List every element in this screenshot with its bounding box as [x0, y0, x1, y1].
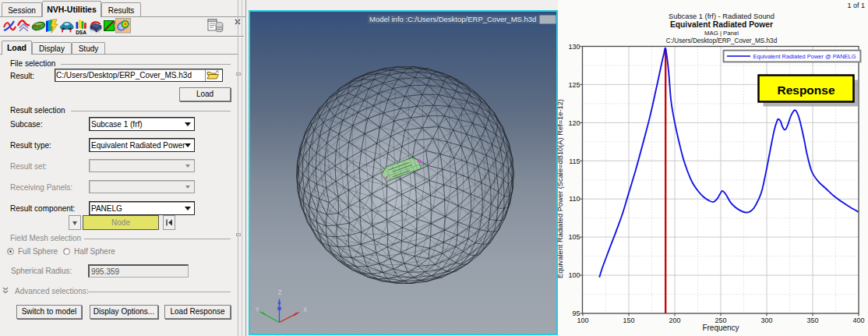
svg-text:400: 400	[852, 317, 864, 324]
svg-text:100: 100	[577, 317, 588, 324]
svg-text:300: 300	[760, 317, 772, 324]
svg-text:Equivalent Radiated Power @ PA: Equivalent Radiated Power @ PANELG	[753, 53, 856, 60]
svg-text:Model info :C:/Users/Desktop/E: Model info :C:/Users/Desktop/ERP_Cover_M…	[369, 15, 536, 23]
svg-text:120: 120	[568, 119, 580, 127]
svg-text:Response: Response	[777, 83, 834, 97]
svg-text:110: 110	[569, 195, 580, 203]
svg-text:Equivalent Radiated Power: Equivalent Radiated Power	[670, 20, 773, 29]
svg-text:C:/Users/Desktop/ERP_Cover_MS.: C:/Users/Desktop/ERP_Cover_MS.h3d	[666, 37, 778, 44]
svg-text:150: 150	[623, 317, 634, 324]
svg-text:105: 105	[568, 233, 580, 241]
svg-text:Subcase 1 (frf) - Radiated Sou: Subcase 1 (frf) - Radiated Sound	[669, 12, 774, 20]
svg-text:125: 125	[568, 81, 580, 89]
svg-text:350: 350	[806, 317, 818, 324]
svg-text:Z: Z	[278, 289, 283, 297]
svg-text:DSA: DSA	[76, 30, 86, 35]
svg-text:1 of 1: 1 of 1	[847, 2, 865, 9]
svg-text:Y: Y	[256, 306, 260, 314]
svg-text:115: 115	[569, 157, 580, 165]
svg-text:200: 200	[669, 317, 680, 324]
svg-text:Frequency: Frequency	[702, 324, 739, 332]
svg-text:MAG | Panel: MAG | Panel	[704, 30, 739, 37]
svg-text:100: 100	[568, 271, 580, 279]
svg-text:Equivalent Radiated Power (Sca: Equivalent Radiated Power (Scale=dB10(A)…	[558, 99, 564, 278]
svg-text:130: 130	[568, 43, 580, 51]
svg-text:X: X	[303, 306, 308, 314]
